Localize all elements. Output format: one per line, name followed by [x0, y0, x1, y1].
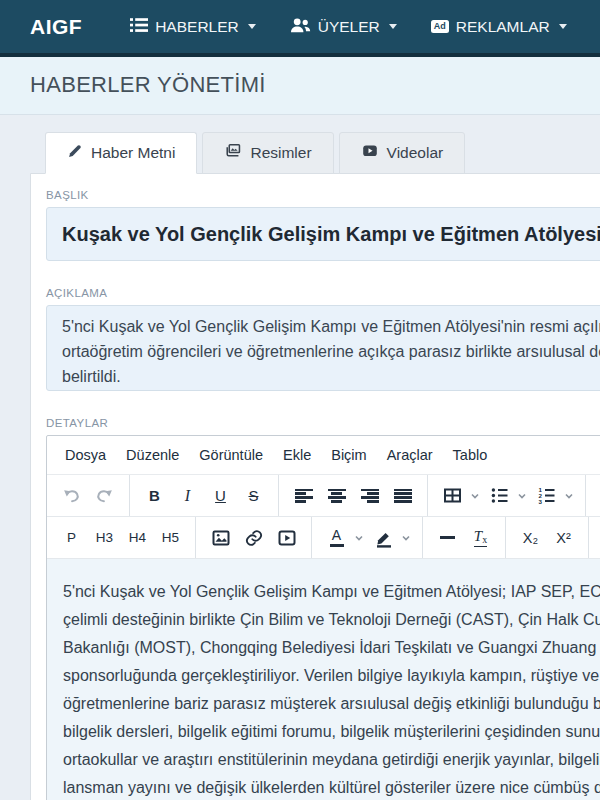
menu-ekle[interactable]: Ekle	[273, 441, 321, 469]
ad-icon: Ad	[431, 20, 449, 33]
clear-formatting-icon[interactable]: Tx	[465, 523, 496, 553]
redo-icon[interactable]	[89, 481, 120, 511]
svg-text:3: 3	[538, 498, 542, 505]
bold-button[interactable]: B	[139, 481, 170, 511]
paragraph-button[interactable]: P	[56, 523, 87, 553]
h3-button[interactable]: H3	[89, 523, 120, 553]
strikethrough-button[interactable]: S	[238, 481, 269, 511]
align-left-icon[interactable]	[288, 481, 319, 511]
brand-logo[interactable]: AIGF	[30, 15, 82, 39]
block-format-group: P H3 H4 H5	[47, 517, 196, 558]
details-label: DETAYLAR	[46, 417, 600, 429]
main-content: Haber Metni Resimler Videolar BAŞLIK AÇI…	[0, 115, 600, 800]
table-button[interactable]	[436, 481, 483, 511]
superscript-button[interactable]: X²	[548, 523, 579, 553]
chevron-down-icon	[559, 24, 567, 29]
numbered-list-icon: 123	[531, 481, 562, 511]
editor-text-line: Bakanlığı (MOST), Chongqing Belediyesi İ…	[63, 634, 600, 662]
menu-bicim[interactable]: Biçim	[321, 441, 376, 469]
editor-text-line: lansman yayını ve değişik ülkelerden kül…	[63, 774, 600, 800]
italic-button[interactable]: I	[172, 481, 203, 511]
editor-menubar: Dosya Düzenle Görüntüle Ekle Biçim Araçl…	[47, 436, 600, 475]
description-textarea[interactable]: 5'nci Kuşak ve Yol Gençlik Gelişim Kampı…	[46, 305, 600, 391]
undo-icon[interactable]	[56, 481, 87, 511]
tab-label: Videolar	[387, 144, 444, 162]
media-icon[interactable]	[271, 523, 302, 553]
backcolor-button[interactable]	[367, 523, 414, 553]
page-title: HABERLER YÖNETİMİ	[30, 72, 570, 98]
editor-text-line: bilgelik dersleri, bilgelik eğitimi foru…	[63, 718, 600, 746]
nav-item-label: REKLAMLAR	[456, 18, 550, 36]
users-icon	[290, 17, 311, 37]
nav-item-label: ÜYELER	[318, 18, 380, 36]
editor-text-line: ortaokullar ve araştırı enstitülerinin m…	[63, 746, 600, 774]
description-label: AÇIKLAMA	[46, 287, 600, 299]
tab-label: Haber Metni	[91, 144, 175, 162]
tab-label: Resimler	[250, 144, 311, 162]
align-justify-icon[interactable]	[387, 481, 418, 511]
color-group: A	[312, 517, 423, 558]
description-line: 5'nci Kuşak ve Yol Gençlik Gelişim Kampı…	[62, 314, 600, 339]
link-icon[interactable]	[238, 523, 269, 553]
images-icon	[224, 142, 242, 163]
menu-araclar[interactable]: Araçlar	[377, 441, 443, 469]
editor-text-line: öğretmenlerine bariz parasız müşterek ar…	[63, 690, 600, 718]
nav-item-reklamlar[interactable]: Ad REKLAMLAR	[431, 18, 567, 36]
bullet-list-button[interactable]	[483, 481, 530, 511]
tab-videolar[interactable]: Videolar	[339, 132, 466, 174]
nav-item-uyeler[interactable]: ÜYELER	[290, 17, 397, 37]
subscript-button[interactable]: X₂	[515, 523, 546, 553]
image-icon[interactable]	[205, 523, 236, 553]
chevron-down-icon	[353, 533, 367, 543]
menu-tablo[interactable]: Tablo	[443, 441, 498, 469]
tab-bar: Haber Metni Resimler Videolar	[45, 132, 600, 173]
table-icon	[437, 481, 468, 511]
align-center-icon[interactable]	[321, 481, 352, 511]
editor-content-area[interactable]: 5'nci Kuşak ve Yol Gençlik Gelişim Kampı…	[47, 559, 600, 800]
media-group	[196, 517, 312, 558]
bullet-list-icon	[484, 481, 515, 511]
title-label: BAŞLIK	[46, 189, 600, 201]
video-icon	[361, 142, 379, 163]
script-group: X₂ X²	[506, 517, 589, 558]
editor-toolbar-1: B I U S	[47, 475, 600, 517]
editor-text-line: sponsorluğunda gerçekleştiriliyor. Veril…	[63, 662, 600, 690]
title-input[interactable]	[46, 207, 600, 261]
chevron-down-icon	[389, 24, 397, 29]
list-icon	[130, 17, 148, 37]
underline-button[interactable]: U	[205, 481, 236, 511]
forecolor-icon: A	[321, 523, 352, 553]
forecolor-button[interactable]: A	[320, 523, 367, 553]
align-right-icon[interactable]	[354, 481, 385, 511]
highlighter-icon	[368, 523, 399, 553]
rich-text-editor: Dosya Düzenle Görüntüle Ekle Biçim Araçl…	[46, 435, 600, 800]
tab-panel: BAŞLIK AÇIKLAMA 5'nci Kuşak ve Yol Gençl…	[30, 173, 600, 800]
page-header: HABERLER YÖNETİMİ	[0, 57, 600, 115]
outdent-icon[interactable]	[595, 481, 600, 511]
h5-button[interactable]: H5	[155, 523, 186, 553]
description-line: belirtildi.	[62, 364, 600, 389]
undo-redo-group	[47, 475, 130, 516]
text-style-group: B I U S	[130, 475, 279, 516]
horizontal-rule-icon[interactable]	[432, 523, 463, 553]
h4-button[interactable]: H4	[122, 523, 153, 553]
numbered-list-button[interactable]: 123	[530, 481, 577, 511]
top-navbar: AIGF HABERLER ÜYELER Ad REKLAMLAR	[0, 0, 600, 57]
insert-list-group: 123	[428, 475, 586, 516]
tab-resimler[interactable]: Resimler	[202, 132, 333, 174]
chevron-down-icon	[469, 491, 483, 501]
editor-text-line: çelimli desteğinin birlikte Çin Bilim ve…	[63, 606, 600, 634]
pencil-icon	[67, 143, 83, 163]
tab-haber-metni[interactable]: Haber Metni	[45, 132, 197, 174]
description-line: ortaöğretim öğrencileri ve öğretmenlerin…	[62, 339, 600, 364]
menu-goruntule[interactable]: Görüntüle	[189, 441, 273, 469]
menu-duzenle[interactable]: Düzenle	[116, 441, 189, 469]
nav-item-label: HABERLER	[155, 18, 239, 36]
menu-dosya[interactable]: Dosya	[55, 441, 116, 469]
chevron-down-icon	[248, 24, 256, 29]
chevron-down-icon	[400, 533, 414, 543]
chevron-down-icon	[516, 491, 530, 501]
indent-group	[586, 475, 600, 516]
editor-toolbar-2: P H3 H4 H5	[47, 517, 600, 559]
nav-item-haberler[interactable]: HABERLER	[130, 17, 256, 37]
